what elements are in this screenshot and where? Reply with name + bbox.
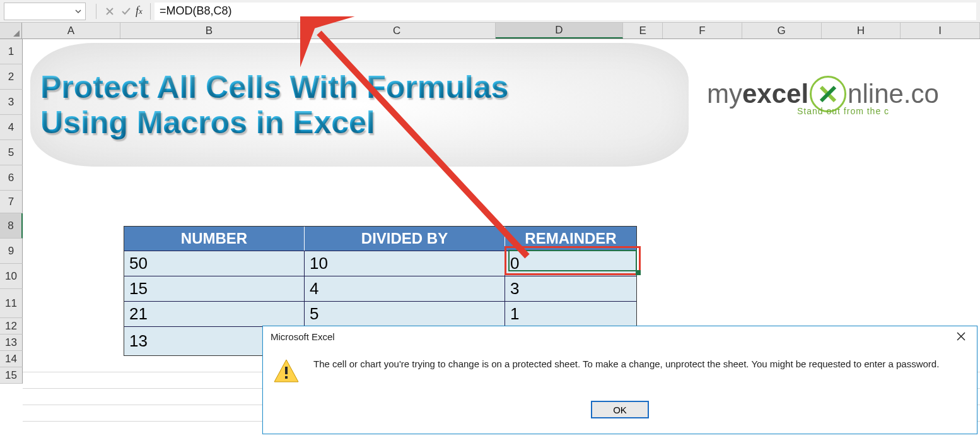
row-header-9[interactable]: 9 <box>0 239 23 264</box>
column-header-B[interactable]: B <box>120 23 299 38</box>
column-header-H[interactable]: H <box>822 23 901 38</box>
column-header-C[interactable]: C <box>298 23 495 38</box>
ok-button[interactable]: OK <box>591 401 649 418</box>
cell-D10[interactable]: 1 <box>505 301 636 326</box>
title-line2: Using Macros in Excel <box>40 105 689 140</box>
row-header-2[interactable]: 2 <box>0 64 23 90</box>
cell-D9[interactable]: 3 <box>505 276 636 301</box>
table-row[interactable]: 50 10 0 <box>124 251 636 276</box>
column-headers: A B C D E F G H I <box>0 23 980 39</box>
cancel-formula-button[interactable] <box>102 3 118 20</box>
row-header-11[interactable]: 11 <box>0 289 23 318</box>
th-remainder: REMAINDER <box>505 227 636 251</box>
worksheet-grid[interactable]: 1 2 3 4 5 6 7 8 9 10 11 12 13 14 15 Prot… <box>0 39 980 438</box>
row-header-10[interactable]: 10 <box>0 264 23 289</box>
row-header-5[interactable]: 5 <box>0 140 23 165</box>
column-header-A[interactable]: A <box>22 23 120 38</box>
column-header-E[interactable]: E <box>623 23 663 38</box>
dialog-message: The cell or chart you're trying to chang… <box>313 358 939 370</box>
cell-B9[interactable]: 15 <box>124 276 305 301</box>
column-header-G[interactable]: G <box>742 23 822 38</box>
logo-p2: excel <box>742 79 808 109</box>
cell-C8[interactable]: 10 <box>305 251 505 276</box>
cell-B8[interactable]: 50 <box>124 251 305 276</box>
column-header-D[interactable]: D <box>496 23 623 38</box>
column-header-F[interactable]: F <box>663 23 742 38</box>
sheet-area[interactable]: Protect All Cells With Formulas Using Ma… <box>23 39 980 438</box>
cell-C10[interactable]: 5 <box>305 301 505 326</box>
title-line1: Protect All Cells With Formulas <box>40 69 689 105</box>
row-header-7[interactable]: 7 <box>0 191 23 213</box>
insert-function-button[interactable]: fx <box>134 3 151 20</box>
svg-rect-2 <box>285 376 288 379</box>
row-header-6[interactable]: 6 <box>0 165 23 191</box>
row-header-8[interactable]: 8 <box>0 213 23 239</box>
close-icon <box>957 332 965 341</box>
row-header-3[interactable]: 3 <box>0 90 23 115</box>
title-bubble: Protect All Cells With Formulas Using Ma… <box>30 43 689 167</box>
logo-p3: nline.co <box>848 79 939 109</box>
column-header-I[interactable]: I <box>901 23 980 38</box>
logo-tagline: Stand out from the c <box>797 106 889 116</box>
row-header-1[interactable]: 1 <box>0 39 23 64</box>
row-header-4[interactable]: 4 <box>0 115 23 140</box>
row-header-12[interactable]: 12 <box>0 318 23 334</box>
th-divided-by: DIVIDED BY <box>305 227 505 251</box>
name-box[interactable] <box>4 3 86 20</box>
formula-bar: fx =MOD(B8,C8) <box>0 0 980 23</box>
svg-rect-1 <box>285 367 288 374</box>
table-row[interactable]: 21 5 1 <box>124 301 636 326</box>
close-button[interactable] <box>948 328 974 345</box>
cell-C9[interactable]: 4 <box>305 276 505 301</box>
protected-sheet-dialog: Microsoft Excel The cell or chart you're… <box>262 326 977 434</box>
formula-text: =MOD(B8,C8) <box>160 4 232 18</box>
table-row[interactable]: 15 4 3 <box>124 276 636 301</box>
dialog-titlebar[interactable]: Microsoft Excel <box>263 326 977 346</box>
warning-icon <box>273 358 300 387</box>
separator <box>96 4 96 19</box>
logo-p1: my <box>707 79 742 109</box>
cell-D8[interactable]: 0 <box>505 251 636 276</box>
row-header-14[interactable]: 14 <box>0 351 23 367</box>
row-headers: 1 2 3 4 5 6 7 8 9 10 11 12 13 14 15 <box>0 39 23 384</box>
th-number: NUMBER <box>124 227 305 251</box>
formula-input[interactable]: =MOD(B8,C8) <box>155 3 976 20</box>
dialog-title: Microsoft Excel <box>271 331 335 342</box>
row-header-15[interactable]: 15 <box>0 367 23 384</box>
select-all-corner[interactable] <box>0 23 22 38</box>
cell-B10[interactable]: 21 <box>124 301 305 326</box>
accept-formula-button[interactable] <box>118 3 134 20</box>
chevron-down-icon[interactable] <box>75 8 81 15</box>
row-header-13[interactable]: 13 <box>0 334 23 351</box>
